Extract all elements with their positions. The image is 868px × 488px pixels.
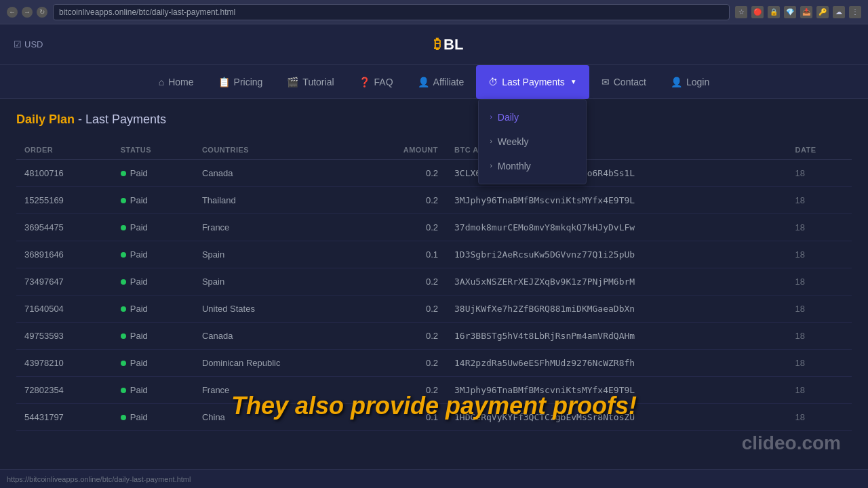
- cell-amount: 0.2: [358, 296, 446, 323]
- ext-icon1[interactable]: 🔴: [751, 6, 764, 18]
- url-bar[interactable]: bitcoinliveapps.online/btc/daily-last-pa…: [53, 4, 730, 20]
- nav-contact[interactable]: ✉ Contact: [589, 65, 658, 99]
- nav-pricing[interactable]: 📋 Pricing: [206, 65, 275, 99]
- cell-date: 18: [787, 404, 852, 431]
- tutorial-icon: 🎬: [287, 77, 298, 87]
- cell-amount: 0.2: [358, 160, 446, 187]
- cell-btc: 37dmok8murCEMo8mvY8mkqkQ7kHJyDvLFw: [446, 214, 787, 241]
- back-btn[interactable]: ←: [7, 7, 18, 18]
- faq-icon: ❓: [359, 77, 370, 87]
- status-dot: [121, 388, 126, 393]
- browser-bar: ← → ↻ bitcoinliveapps.online/btc/daily-l…: [0, 0, 868, 24]
- cell-date: 18: [787, 187, 852, 214]
- cell-date: 18: [787, 350, 852, 377]
- cell-country: Spain: [194, 268, 358, 296]
- table-row: 36954475 Paid France 0.2 37dmok8murCEMo8…: [16, 214, 852, 241]
- logo-text: ₿ BL: [434, 36, 463, 54]
- col-header-countries: COUNTRIES: [194, 140, 358, 160]
- browser-icons: ☆ 🔴 🔒 💎 📥 🔑 ☁ ⋮: [735, 6, 861, 18]
- page-title-highlight: Daily Plan: [16, 113, 75, 126]
- cell-country: Spain: [194, 241, 358, 268]
- status-dot: [121, 171, 126, 176]
- page-title-normal: - Last Payments: [78, 113, 166, 126]
- cell-country: United States: [194, 296, 358, 323]
- nav-home-label: Home: [168, 77, 193, 87]
- nav-last-payments[interactable]: ⏱ Last Payments ▼ › Daily › Weekly › Mon…: [476, 65, 589, 99]
- ext-icon2[interactable]: 🔒: [768, 6, 780, 18]
- menu-icon[interactable]: ⋮: [849, 6, 861, 18]
- cell-status: Paid: [113, 160, 194, 187]
- dropdown-monthly[interactable]: › Monthly: [479, 154, 586, 178]
- cell-order: 43978210: [16, 350, 113, 377]
- chevron-monthly-icon: ›: [490, 162, 492, 169]
- table-row: 71640504 Paid United States 0.2 38UjKWfX…: [16, 296, 852, 323]
- table-row: 36891646 Paid Spain 0.1 1D3Sgbri2AeRcsuK…: [16, 241, 852, 268]
- cell-order: 36954475: [16, 214, 113, 241]
- forward-btn[interactable]: →: [22, 7, 33, 18]
- nav-login-label: Login: [686, 77, 709, 87]
- cell-status: Paid: [113, 323, 194, 350]
- cell-date: 18: [787, 214, 852, 241]
- nav-login[interactable]: 👤 Login: [658, 65, 722, 99]
- payments-table: ORDER STATUS COUNTRIES AMOUNT BTC ADDRES…: [16, 140, 852, 431]
- watermark: clideo.com: [742, 432, 841, 454]
- cell-country: Canada: [194, 323, 358, 350]
- cell-btc: 38UjKWfXe7h2ZfBGRQ881miDKMGaeaDbXn: [446, 296, 787, 323]
- col-header-order: ORDER: [16, 140, 113, 160]
- login-icon: 👤: [671, 77, 682, 87]
- navbar: ⌂ Home 📋 Pricing 🎬 Tutorial ❓ FAQ 👤 Affi…: [0, 65, 868, 99]
- status-url: https://bitcoinliveapps.online/btc/daily…: [7, 475, 191, 483]
- status-dot: [121, 279, 126, 285]
- usd-icon: ☑: [14, 39, 22, 49]
- table-row: 43978210 Paid Dominican Republic 0.2 14R…: [16, 350, 852, 377]
- nav-tutorial[interactable]: 🎬 Tutorial: [275, 65, 346, 99]
- affiliate-icon: 👤: [418, 77, 429, 87]
- ext-icon6[interactable]: ☁: [833, 6, 845, 18]
- nav-faq[interactable]: ❓ FAQ: [347, 65, 406, 99]
- logo-letters: BL: [443, 36, 463, 54]
- overlay-text: They also provide payment proofs!: [231, 392, 637, 420]
- status-dot: [121, 361, 126, 366]
- status-text: Paid: [130, 168, 148, 178]
- dropdown-weekly-label: Weekly: [498, 136, 529, 147]
- table-body: 48100716 Paid Canada 0.2 3CLX6DVo7vSPDNh…: [16, 160, 852, 431]
- logo-icon: ₿: [434, 37, 441, 52]
- dropdown-weekly[interactable]: › Weekly: [479, 129, 586, 154]
- cell-date: 18: [787, 296, 852, 323]
- status-dot: [121, 252, 126, 258]
- dropdown-arrow-icon: ▼: [570, 78, 577, 85]
- nav-affiliate[interactable]: 👤 Affiliate: [406, 65, 477, 99]
- star-icon[interactable]: ☆: [735, 6, 747, 18]
- ext-icon3[interactable]: 💎: [784, 6, 796, 18]
- reload-btn[interactable]: ↻: [37, 7, 47, 18]
- cell-date: 18: [787, 241, 852, 268]
- dropdown-daily[interactable]: › Daily: [479, 105, 586, 129]
- cell-btc: 3AXu5xNSZERrXEJZXqBv9K1z7PNjPM6brM: [446, 268, 787, 296]
- cell-amount: 0.2: [358, 187, 446, 214]
- cell-date: 18: [787, 377, 852, 404]
- header-logo: ₿ BL: [43, 36, 854, 54]
- ext-icon4[interactable]: 📥: [800, 6, 812, 18]
- cell-order: 36891646: [16, 241, 113, 268]
- cell-country: France: [194, 214, 358, 241]
- cell-country: Thailand: [194, 187, 358, 214]
- col-header-status: STATUS: [113, 140, 194, 160]
- cell-btc: 3MJphy96TnaBMfBMscvniKtsMYfx4E9T9L: [446, 187, 787, 214]
- header-usd: ☑ USD: [14, 39, 43, 49]
- status-dot: [121, 306, 126, 312]
- nav-contact-label: Contact: [614, 77, 646, 87]
- nav-home[interactable]: ⌂ Home: [146, 65, 206, 99]
- status-bar: https://bitcoinliveapps.online/btc/daily…: [0, 469, 868, 488]
- table-header: ORDER STATUS COUNTRIES AMOUNT BTC ADDRES…: [16, 140, 852, 160]
- cell-status: Paid: [113, 377, 194, 404]
- status-text: Paid: [130, 412, 148, 422]
- usd-label: USD: [24, 39, 43, 49]
- cell-status: Paid: [113, 214, 194, 241]
- cell-date: 18: [787, 160, 852, 187]
- status-text: Paid: [130, 358, 148, 368]
- ext-icon5[interactable]: 🔑: [816, 6, 829, 18]
- pricing-icon: 📋: [218, 77, 230, 87]
- table-row: 15255169 Paid Thailand 0.2 3MJphy96TnaBM…: [16, 187, 852, 214]
- status-text: Paid: [130, 195, 148, 205]
- browser-controls: ← → ↻: [7, 7, 47, 18]
